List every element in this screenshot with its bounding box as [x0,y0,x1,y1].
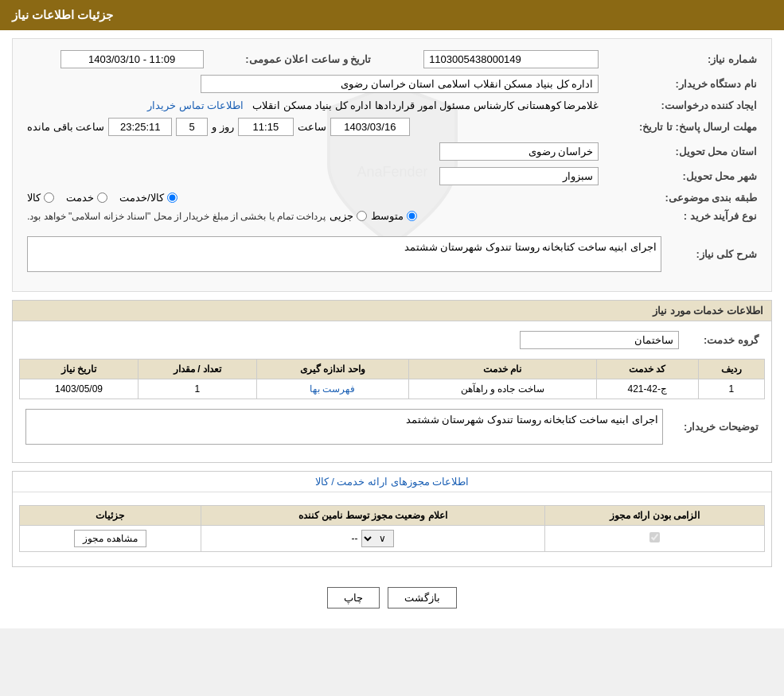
main-content: AnaFender شماره نیاز: 1103005438000149 ت… [0,30,784,628]
services-section: اطلاعات خدمات مورد نیاز گروه خدمت: ساختم… [12,300,772,463]
city-label: شهر محل تحویل: [605,164,763,189]
category-option-kala[interactable]: کالا [27,192,54,204]
creator-label: ایجاد کننده درخواست: [605,96,763,115]
service-group-table: گروه خدمت: ساختمان [19,328,765,352]
announce-date-label: تاریخ و ساعت اعلان عمومی: [210,47,378,72]
category-option-kala-khadamat[interactable]: کالا/خدمت [119,192,177,204]
city-value: سبزوار [439,167,599,185]
announce-date-value: 1403/03/10 - 11:09 [60,50,204,68]
purchase-type-radio-jozyi[interactable] [357,211,367,221]
response-date-value: 1403/03/16 [330,118,410,136]
col-header-service-name: نام خدمت [408,360,596,379]
purchase-type-row: متوسط جزیی پرداخت تمام یا بخشی از مبلغ خ… [27,210,599,222]
col-header-need-date: تاریخ نیاز [20,360,138,379]
purchase-type-label-jozyi: جزیی [330,210,353,222]
response-remaining-value: 23:25:11 [108,118,172,136]
buyer-notes-table: توضیحات خریدار: اجرای ابنیه ساخت کتابخان… [19,406,765,448]
permit-status-select[interactable]: ∨ [361,530,394,547]
general-info-table: شماره نیاز: 1103005438000149 تاریخ و ساع… [21,47,763,225]
permits-section-content: الزامی بودن ارائه مجوز اعلام وضعیت مجوز … [13,499,771,566]
category-label-khadamat: خدمت [66,192,94,204]
response-days-value: 5 [176,118,208,136]
services-section-content: گروه خدمت: ساختمان ردیف کد خدمت نام خدمت… [13,321,771,462]
buyer-notes-label: توضیحات خریدار: [669,406,765,448]
service-row-unit[interactable]: فهرست بها [256,379,408,399]
category-option-khadamat[interactable]: خدمت [66,192,107,204]
category-radio-khadamat[interactable] [97,192,107,203]
col-header-details: جزئیات [20,506,201,526]
permit-row: ∨ -- مشاهده مجوز [20,526,765,552]
col-header-supplier-status: اعلام وضعیت مجوز توسط نامین کننده [201,506,544,526]
service-row-need-date: 1403/05/09 [20,379,138,399]
view-permit-button[interactable]: مشاهده مجوز [74,530,146,547]
category-radio-group: کالا/خدمت خدمت کالا [27,192,599,204]
page-wrapper: جزئیات اطلاعات نیاز AnaFender شماره نیاز… [0,0,784,628]
days-label: روز و [212,121,234,133]
permit-status-value: -- [351,533,357,544]
col-header-unit: واحد اندازه گیری [256,360,408,379]
response-time-value: 11:15 [238,118,294,136]
permit-details-cell: مشاهده مجوز [20,526,201,552]
services-table: ردیف کد خدمت نام خدمت واحد اندازه گیری ت… [19,359,765,399]
page-title: جزئیات اطلاعات نیاز [12,8,113,21]
category-label-kala: کالا [27,192,41,204]
page-header: جزئیات اطلاعات نیاز [0,0,784,30]
col-header-required: الزامی بودن ارائه مجوز [545,506,765,526]
bottom-buttons: بازگشت چاپ [12,575,772,620]
service-table-row: 1 ج-42-421 ساخت جاده و راهآهن فهرست بها … [20,379,765,399]
province-value: خراسان رضوی [439,142,599,161]
col-header-row-num: ردیف [698,360,764,379]
print-button[interactable]: چاپ [327,587,380,609]
category-label-kala-khadamat: کالا/خدمت [119,192,164,204]
col-header-quantity: تعداد / مقدار [138,360,257,379]
category-radio-kala[interactable] [44,192,54,203]
need-number-value: 1103005438000149 [423,50,599,68]
buyer-notes-value: اجرای ابنیه ساخت کتابخانه روستا تندوک شه… [25,409,663,445]
buyer-org-label: نام دستگاه خریدار: [605,72,763,96]
purchase-type-note: پرداخت تمام یا بخشی از مبلغ خریدار از مح… [27,211,326,222]
purchase-type-option-jozyi[interactable]: جزیی [330,210,367,222]
service-row-quantity: 1 [138,379,257,399]
category-radio-kala-khadamat[interactable] [167,192,177,203]
purchase-type-radio-motavaset[interactable] [407,211,417,221]
need-desc-value: اجرای ابنیه ساخت کتابخانه روستا تندوک شه… [27,236,661,272]
buyer-org-value: اداره کل بنیاد مسکن انقلاب اسلامی استان … [201,75,599,93]
need-desc-label: شرح کلی نیاز: [668,233,763,275]
creator-value: غلامرضا کوهستانی کارشناس مسئول امور قرار… [252,99,599,111]
purchase-type-option-motavaset[interactable]: متوسط [371,210,417,222]
response-deadline-label: مهلت ارسال پاسخ: تا تاریخ: [605,115,763,139]
permits-section-title: اطلاعات مجوزهای ارائه خدمت / کالا [13,472,771,492]
permit-required-checkbox [649,532,660,542]
time-label: ساعت [298,121,326,133]
services-section-title: اطلاعات خدمات مورد نیاز [13,301,771,321]
province-label: استان محل تحویل: [605,139,763,164]
remaining-label: ساعت باقی مانده [27,121,104,133]
service-group-value: ساختمان [520,331,679,349]
general-info-section: AnaFender شماره نیاز: 1103005438000149 ت… [12,38,772,292]
permit-required-cell [545,526,765,552]
response-deadline-row: 1403/03/16 ساعت 11:15 روز و 5 23:25:11 س… [27,118,599,136]
service-row-num: 1 [698,379,764,399]
service-row-name: ساخت جاده و راهآهن [408,379,596,399]
permits-section: اطلاعات مجوزهای ارائه خدمت / کالا الزامی… [12,471,772,567]
back-button[interactable]: بازگشت [388,587,457,609]
col-header-service-code: کد خدمت [596,360,698,379]
need-number-label: شماره نیاز: [605,47,763,72]
contact-link[interactable]: اطلاعات تماس خریدار [147,99,244,111]
purchase-type-label: نوع فرآیند خرید : [605,207,763,225]
permit-supplier-status-cell: ∨ -- [201,526,544,552]
category-label: طبقه بندی موضوعی: [605,189,763,207]
purchase-type-label-motavaset: متوسط [371,210,404,222]
service-group-label: گروه خدمت: [685,328,765,352]
permits-table: الزامی بودن ارائه مجوز اعلام وضعیت مجوز … [19,505,765,552]
need-desc-table: شرح کلی نیاز: اجرای ابنیه ساخت کتابخانه … [21,233,763,275]
service-row-code: ج-42-421 [596,379,698,399]
